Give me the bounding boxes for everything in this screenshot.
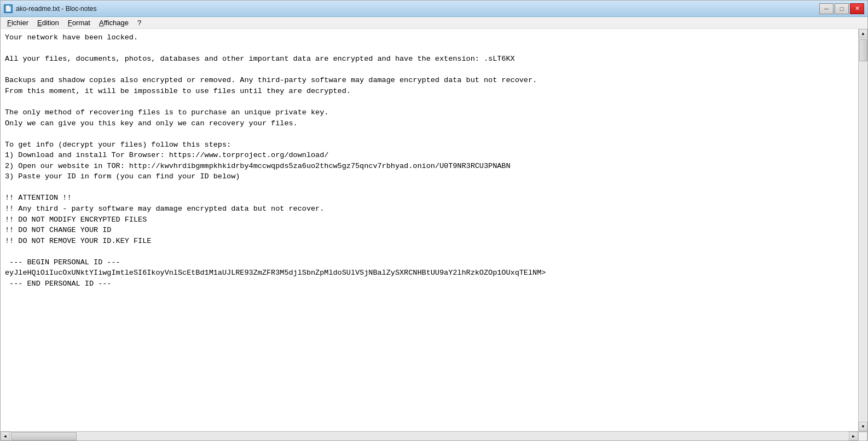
title-bar-buttons: ─ □ ✕: [819, 3, 864, 14]
scroll-down-button[interactable]: ▼: [859, 422, 867, 431]
close-button[interactable]: ✕: [850, 3, 864, 14]
menu-edition-label: Edition: [37, 19, 59, 27]
scroll-thumb-horizontal[interactable]: [11, 432, 77, 440]
notepad-window: 📄 ako-readme.txt - Bloc-notes ─ □ ✕ Fich…: [0, 0, 868, 441]
menu-format-label: Format: [68, 19, 90, 27]
text-area[interactable]: Your network have been locked. All your …: [1, 29, 858, 431]
window-title: ako-readme.txt - Bloc-notes: [16, 5, 96, 13]
menu-fichier[interactable]: Fichier: [3, 18, 33, 28]
maximize-button[interactable]: □: [835, 3, 849, 14]
scrollbar-corner: [858, 432, 867, 441]
menu-affichage[interactable]: Affichage: [95, 18, 133, 28]
menu-aide-label: ?: [137, 19, 141, 27]
scroll-track-horizontal[interactable]: [10, 432, 849, 440]
menu-fichier-label: Fichier: [7, 19, 28, 27]
scroll-up-button[interactable]: ▲: [859, 29, 867, 38]
menu-format[interactable]: Format: [63, 18, 95, 28]
scroll-left-button[interactable]: ◄: [1, 432, 10, 440]
vertical-scrollbar: ▲ ▼: [858, 29, 867, 431]
menu-affichage-label: Affichage: [99, 19, 129, 27]
scroll-right-button[interactable]: ►: [849, 432, 858, 440]
text-container: Your network have been locked. All your …: [1, 29, 867, 431]
title-bar: 📄 ako-readme.txt - Bloc-notes ─ □ ✕: [1, 1, 867, 17]
app-icon: 📄: [4, 4, 13, 13]
menu-bar: Fichier Edition Format Affichage ?: [1, 17, 867, 29]
horizontal-scrollbar-container: ◄ ►: [1, 431, 867, 440]
minimize-button[interactable]: ─: [819, 3, 834, 14]
title-bar-left: 📄 ako-readme.txt - Bloc-notes: [4, 4, 96, 13]
menu-edition[interactable]: Edition: [33, 18, 63, 28]
scroll-track-vertical[interactable]: [859, 38, 867, 422]
scroll-thumb-vertical[interactable]: [859, 39, 867, 61]
menu-aide[interactable]: ?: [133, 18, 146, 28]
